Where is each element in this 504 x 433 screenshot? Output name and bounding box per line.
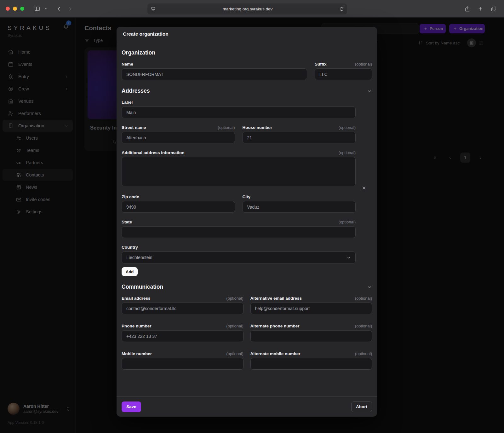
contacts-icon: [16, 172, 22, 178]
minimize-window-button[interactable]: [13, 7, 17, 11]
sidebar-item-events[interactable]: Events: [3, 58, 73, 70]
first-page-button[interactable]: [430, 153, 440, 163]
sidebar-item-settings[interactable]: Settings: [3, 206, 73, 218]
remove-address-button[interactable]: [362, 186, 366, 190]
plus-icon: [424, 27, 427, 31]
email-input[interactable]: [122, 303, 243, 314]
back-button[interactable]: [54, 4, 65, 14]
organization-section-heading: Organization: [122, 49, 155, 56]
sort-control[interactable]: Sort by Name asc: [418, 38, 484, 47]
collapse-addresses-chevron-icon[interactable]: [367, 89, 372, 94]
phone-label: Phone number: [122, 324, 152, 328]
avatar: [8, 403, 20, 415]
organization-name-input[interactable]: [122, 68, 307, 80]
save-button[interactable]: Save: [122, 401, 141, 412]
app-version: App Version: 0.18.1-0: [8, 420, 70, 425]
home-icon: [8, 49, 14, 55]
chevron-down-icon: [346, 255, 351, 260]
address-label-input[interactable]: [122, 107, 356, 118]
sidebar-item-teams[interactable]: Teams: [3, 144, 73, 156]
addresses-section-heading: Addresses: [122, 88, 150, 94]
list-view-button[interactable]: [478, 40, 484, 46]
optional-tag: (optional): [226, 296, 243, 301]
chevron-up-down-icon: [66, 406, 70, 412]
street-name-label: Street name: [122, 125, 146, 130]
zoom-window-button[interactable]: [20, 7, 24, 11]
user-menu[interactable]: Aaron Ritter aaron@syrakus.dev: [8, 403, 70, 415]
state-label: State: [122, 220, 132, 224]
additional-address-textarea[interactable]: [122, 157, 356, 186]
sidebar-item-label: Venues: [18, 99, 68, 104]
add-person-button[interactable]: Person: [420, 24, 446, 33]
country-label: Country: [122, 245, 138, 250]
abort-button[interactable]: Abort: [351, 401, 372, 412]
sidebar-item-partners[interactable]: Partners: [3, 157, 73, 169]
optional-tag: (optional): [339, 220, 356, 224]
url-text[interactable]: marketing.org.syrakus.dev: [156, 7, 339, 11]
add-organization-button[interactable]: Organization: [449, 24, 485, 33]
state-input[interactable]: [122, 226, 356, 238]
alt-email-input[interactable]: [250, 303, 372, 314]
phone-input[interactable]: [122, 330, 243, 342]
gear-icon: [16, 209, 22, 215]
refresh-icon[interactable]: [339, 7, 344, 11]
country-select[interactable]: Liechtenstein: [122, 251, 356, 263]
alt-phone-label: Alternate phone number: [250, 324, 300, 328]
alt-phone-input[interactable]: [250, 330, 372, 342]
collapse-communication-chevron-icon[interactable]: [367, 285, 372, 290]
teams-icon: [16, 147, 22, 153]
chevron-right-icon: [64, 75, 68, 79]
sidebar-toggle-icon[interactable]: [32, 4, 43, 14]
sidebar-item-label: Home: [18, 49, 68, 55]
city-input[interactable]: [243, 201, 356, 213]
sidebar-item-home[interactable]: Home: [3, 46, 73, 58]
suffix-label: Suffix: [315, 62, 327, 66]
sidebar-item-label: Teams: [26, 148, 39, 153]
sidebar-item-organisation[interactable]: Organisation: [3, 120, 73, 132]
zip-code-input[interactable]: [122, 201, 235, 213]
browser-chrome: marketing.org.syrakus.dev: [0, 0, 504, 18]
house-number-input[interactable]: [243, 132, 356, 143]
share-icon[interactable]: [462, 4, 472, 14]
sidebar-item-news[interactable]: News: [3, 181, 73, 193]
suffix-input[interactable]: [315, 68, 372, 80]
tab-overview-icon[interactable]: [488, 4, 499, 14]
sidebar-item-invite-codes[interactable]: Invite codes: [3, 193, 73, 205]
email-label: Email address: [122, 296, 151, 301]
user-email: aaron@syrakus.dev: [23, 409, 62, 414]
sidebar-item-contacts[interactable]: Contacts: [3, 169, 73, 181]
optional-tag: (optional): [355, 351, 372, 356]
alt-email-label: Alternative email address: [250, 296, 302, 301]
current-page-button[interactable]: 1: [460, 153, 470, 163]
address-label-label: Label: [122, 100, 133, 105]
sidebar-item-crew[interactable]: Crew: [3, 83, 73, 95]
house-number-label: House number: [243, 125, 272, 130]
sidebar-item-performers[interactable]: Performers: [3, 107, 73, 119]
communication-section-heading: Communication: [122, 284, 163, 290]
mobile-input[interactable]: [122, 358, 243, 370]
add-address-button[interactable]: Add: [122, 267, 138, 276]
modal-title: Create organization: [123, 31, 169, 37]
new-tab-icon[interactable]: [475, 4, 486, 14]
alt-mobile-input[interactable]: [250, 358, 372, 370]
optional-tag: (optional): [355, 62, 372, 66]
sidebar-item-label: Organisation: [18, 123, 60, 128]
country-value: Liechtenstein: [126, 255, 152, 260]
mobile-label: Mobile number: [122, 351, 152, 356]
type-filter[interactable]: Type: [84, 38, 103, 43]
sidebar-item-users[interactable]: Users: [3, 132, 73, 144]
next-page-button[interactable]: [475, 153, 485, 163]
grid-view-button[interactable]: [467, 38, 476, 47]
sidebar-item-venues[interactable]: Venues: [3, 95, 73, 107]
previous-page-button[interactable]: [445, 153, 455, 163]
street-name-input[interactable]: [122, 132, 235, 143]
notifications-button[interactable]: 1: [63, 23, 69, 29]
close-window-button[interactable]: [6, 7, 10, 11]
reader-icon[interactable]: [151, 6, 156, 12]
sidebar-item-entry[interactable]: Entry: [3, 71, 73, 83]
performer-icon: [8, 110, 14, 117]
chevron-down-icon[interactable]: [43, 4, 49, 14]
sidebar-item-label: Contacts: [26, 172, 44, 177]
url-bar[interactable]: marketing.org.syrakus.dev: [147, 3, 347, 14]
sidebar-item-label: Performers: [18, 111, 68, 116]
